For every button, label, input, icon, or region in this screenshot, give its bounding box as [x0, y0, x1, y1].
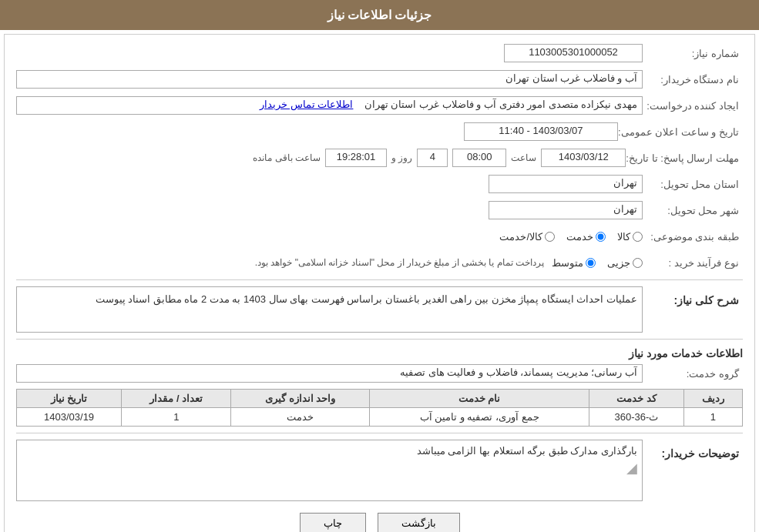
category-kala-khedmat: کالا/خدمت: [499, 231, 555, 243]
process-motevaset: متوسط: [552, 257, 596, 269]
province-value: تهران: [489, 175, 643, 193]
response-time: 08:00: [452, 149, 506, 167]
days-remaining: 4: [417, 149, 448, 167]
page-title: جزئیات اطلاعات نیاز: [327, 8, 432, 22]
cell-date: 1403/03/19: [17, 408, 122, 427]
print-button[interactable]: چاپ: [300, 513, 366, 532]
col-row: ردیف: [683, 390, 742, 408]
process-jozvi: جزیی: [607, 257, 643, 269]
buyer-org-value: آب و فاضلاب غرب استان تهران: [16, 70, 643, 89]
announce-value: 1403/03/07 - 11:40: [464, 122, 618, 141]
city-row: شهر محل تحویل: تهران: [16, 199, 743, 221]
col-date: تاریخ نیاز: [17, 390, 122, 408]
category-radio-group: کالا خدمت کالا/خدمت: [499, 231, 643, 243]
time-remaining-label: ساعت باقی مانده: [253, 152, 321, 163]
creator-label: ایجاد کننده درخواست:: [643, 100, 743, 112]
need-description-row: شرح کلی نیاز: عملیات احداث ایستگاه پمپاژ…: [16, 286, 743, 333]
divider-1: [16, 279, 743, 280]
response-deadline-row: مهلت ارسال پاسخ: تا تاریخ: 1403/03/12 سا…: [16, 147, 743, 169]
need-number-label: شماره نیاز:: [643, 48, 743, 59]
buyer-org-row: نام دستگاه خریدار: آب و فاضلاب غرب استان…: [16, 69, 743, 90]
contact-link[interactable]: اطلاعات تماس خریدار: [260, 99, 353, 110]
announce-row: تاریخ و ساعت اعلان عمومی: 1403/03/07 - 1…: [16, 121, 743, 142]
buyer-notes-text: بارگذاری مدارک طبق برگه استعلام بها الزا…: [22, 445, 637, 457]
process-radio-group: جزیی متوسط: [552, 257, 643, 269]
province-label: استان محل تحویل:: [643, 179, 743, 190]
process-label: نوع فرآیند خرید :: [643, 257, 743, 269]
response-time-label: ساعت: [511, 152, 536, 163]
category-kala-khedmat-radio[interactable]: [545, 232, 555, 242]
divider-2: [16, 339, 743, 340]
need-description-label: شرح کلی نیاز:: [643, 294, 743, 306]
category-label: طبقه بندی موضوعی:: [643, 231, 743, 243]
cell-row: 1: [683, 408, 742, 427]
service-group-value: آب رسانی؛ مدیریت پسماند، فاضلاب و فعالیت…: [16, 364, 643, 383]
col-quantity: تعداد / مقدار: [122, 390, 231, 408]
buyer-notes-row: توضیحات خریدار: بارگذاری مدارک طبق برگه …: [16, 440, 743, 501]
services-table-section: ردیف کد خدمت نام خدمت واحد اندازه گیری ت…: [16, 389, 743, 427]
need-number-value: 1103005301000052: [504, 44, 643, 62]
city-label: شهر محل تحویل:: [643, 205, 743, 216]
process-motevaset-label: متوسط: [552, 257, 583, 269]
category-kala: کالا: [617, 231, 643, 243]
response-date: 1403/03/12: [541, 149, 626, 167]
category-khedmat: خدمت: [566, 231, 606, 243]
cell-service-name: جمع آوری، تصفیه و تامین آب: [369, 408, 589, 427]
city-value: تهران: [489, 201, 643, 219]
need-number-row: شماره نیاز: 1103005301000052: [16, 42, 743, 64]
process-jozvi-radio[interactable]: [633, 258, 643, 268]
process-motevaset-radio[interactable]: [586, 258, 596, 268]
category-khedmat-label: خدمت: [566, 231, 593, 243]
category-row: طبقه بندی موضوعی: کالا خدمت کالا/خدمت: [16, 226, 743, 247]
form-section: شماره نیاز: 1103005301000052 نام دستگاه …: [16, 42, 743, 501]
back-button[interactable]: بازگشت: [378, 513, 460, 532]
process-note: پرداخت تمام یا بخشی از مبلغ خریدار از مح…: [255, 257, 544, 268]
category-kala-radio[interactable]: [633, 232, 643, 242]
service-group-label: گروه خدمت:: [643, 368, 743, 380]
table-header-row: ردیف کد خدمت نام خدمت واحد اندازه گیری ت…: [17, 390, 743, 408]
services-info-title: اطلاعات خدمات مورد نیاز: [16, 347, 743, 360]
col-unit: واحد اندازه گیری: [231, 390, 369, 408]
cell-quantity: 1: [122, 408, 231, 427]
cell-service-code: ث-36-360: [589, 408, 683, 427]
process-jozvi-label: جزیی: [607, 257, 630, 269]
col-service-code: کد خدمت: [589, 390, 683, 408]
province-row: استان محل تحویل: تهران: [16, 173, 743, 195]
time-remaining: 19:28:01: [325, 149, 387, 167]
page-header: جزئیات اطلاعات نیاز: [0, 0, 759, 30]
creator-row: ایجاد کننده درخواست: مهدی نیکزاده متصدی …: [16, 95, 743, 116]
action-buttons: بازگشت چاپ: [16, 513, 743, 532]
buyer-org-label: نام دستگاه خریدار:: [643, 74, 743, 85]
response-deadline-fields: 1403/03/12 ساعت 08:00 4 روز و 19:28:01 س…: [253, 149, 626, 167]
category-kala-label: کالا: [617, 231, 630, 243]
buyer-notes-box: بارگذاری مدارک طبق برگه استعلام بها الزا…: [16, 440, 643, 501]
resize-handle: ◢: [22, 460, 637, 477]
response-deadline-label: مهلت ارسال پاسخ: تا تاریخ:: [626, 152, 743, 164]
services-table: ردیف کد خدمت نام خدمت واحد اندازه گیری ت…: [16, 389, 743, 427]
days-remaining-label: روز و: [391, 152, 412, 163]
need-description-value: عملیات احداث ایستگاه پمپاژ مخزن بین راهی…: [16, 286, 643, 333]
creator-value: مهدی نیکزاده متصدی امور دفتری آب و فاضلا…: [16, 96, 643, 115]
divider-3: [16, 433, 743, 433]
process-row: نوع فرآیند خرید : جزیی متوسط پرداخت تمام…: [16, 252, 743, 273]
category-kala-khedmat-label: کالا/خدمت: [499, 231, 542, 243]
service-group-row: گروه خدمت: آب رسانی؛ مدیریت پسماند، فاضل…: [16, 364, 743, 383]
cell-unit: خدمت: [231, 408, 369, 427]
col-service-name: نام خدمت: [369, 390, 589, 408]
announce-label: تاریخ و ساعت اعلان عمومی:: [618, 126, 743, 138]
table-row: 1 ث-36-360 جمع آوری، تصفیه و تامین آب خد…: [17, 408, 743, 427]
creator-text: مهدی نیکزاده متصدی امور دفتری آب و فاضلا…: [364, 99, 637, 110]
buyer-notes-label: توضیحات خریدار:: [643, 447, 743, 460]
category-khedmat-radio[interactable]: [596, 232, 606, 242]
